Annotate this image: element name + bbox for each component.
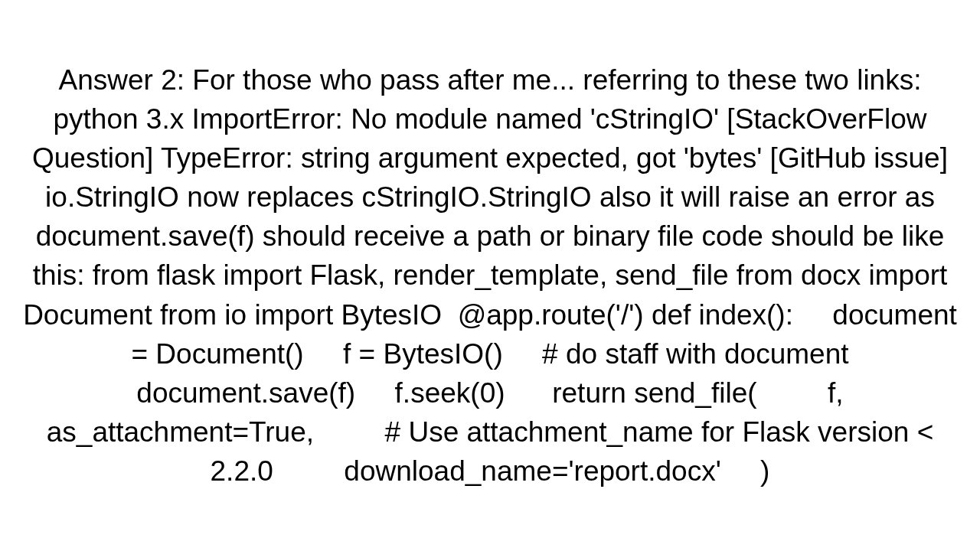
- answer-text: Answer 2: For those who pass after me...…: [0, 60, 980, 491]
